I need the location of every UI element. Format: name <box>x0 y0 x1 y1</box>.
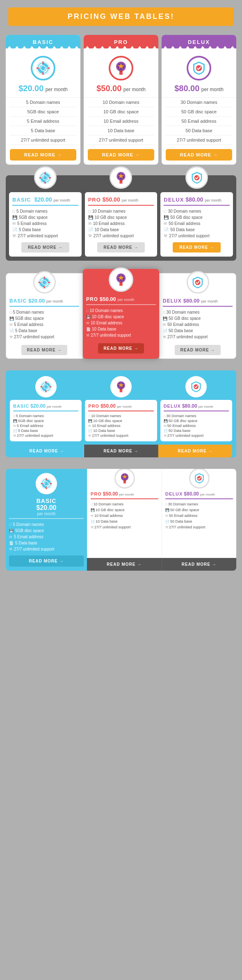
features-delux-5: □30 Domain names 💾50 GB disc space ✉50 E… <box>165 501 233 530</box>
feature-item: □5 Domain names <box>9 309 79 315</box>
read-more-pro-2[interactable]: READ MORE → <box>97 242 145 252</box>
amount-basic-1: $20.00 <box>18 84 43 93</box>
feature-item: ✉50 Email address <box>164 220 230 227</box>
svg-point-5 <box>41 66 45 70</box>
feature-item: □30 Domain names <box>163 309 233 315</box>
read-more-delux-2[interactable]: READ MORE → <box>173 242 221 252</box>
price-basic-1: $20.00 per month <box>6 84 80 93</box>
plan-card-basic-2: BASIC | $20.00 per month □5 Domain names… <box>9 192 82 257</box>
title-row-delux-5: DELUX $80.00 per month <box>165 491 233 499</box>
title-row-basic-3: BASIC $20.00 per month <box>9 298 79 307</box>
feature-item: 30 Domain names <box>166 98 232 107</box>
feature-item: ✉10 Email address <box>86 320 156 326</box>
price-pro-1: $50.00 per month <box>84 84 158 93</box>
feature-item: ⚒27/7 unlimited support <box>86 332 156 338</box>
feature-item: 27/7 unlimited support <box>10 135 76 145</box>
period-delux-3: per month <box>201 299 218 303</box>
read-more-delux-5[interactable]: READ MORE → <box>162 558 237 571</box>
read-more-basic-5[interactable]: READ MORE → <box>9 555 84 567</box>
card-footer-basic-1: READ MORE → <box>6 145 80 165</box>
feature-item: 5 Email address <box>10 117 76 126</box>
amount-pro-3: $50.00 <box>100 296 116 302</box>
read-more-delux-3[interactable]: READ MORE → <box>175 345 221 355</box>
period-basic-3: per month <box>46 299 63 303</box>
icon-slot-delux-4 <box>160 376 232 397</box>
amount-pro-1: $50.00 <box>96 84 121 93</box>
feature-item: □10 Domain names <box>88 208 154 214</box>
feature-item: 📄50 Data base <box>164 428 229 433</box>
title-row-pro-4: PRO $50.00 per month <box>88 403 153 411</box>
feature-item: □5 Domain names <box>13 413 78 418</box>
feature-item: 📄10 Data base <box>86 326 156 332</box>
read-more-basic-3[interactable]: READ MORE → <box>21 345 68 355</box>
period-pro-1: per month <box>123 87 146 92</box>
footer-pro-3: READ MORE → <box>83 340 159 357</box>
feature-item: 💾10 GB disc space <box>86 314 156 320</box>
read-more-pro-5[interactable]: READ MORE → <box>87 558 162 571</box>
plan-name-pro-1: PRO <box>84 39 158 45</box>
read-more-pro-4[interactable]: READ MORE → <box>84 445 158 457</box>
title-row-basic-2: BASIC | $20.00 per month <box>12 196 78 206</box>
title-row-basic-4: BASIC $20.00 per month <box>13 403 78 411</box>
feature-item: 📄10 Data base <box>91 519 158 524</box>
amount-delux-4: $80.00 <box>182 403 197 409</box>
icon-slot-pro-4 <box>85 376 157 397</box>
card-footer-pro-1: READ MORE → <box>84 145 158 165</box>
period-pro-4: per month <box>117 405 132 409</box>
icon-slot-basic-4 <box>10 376 82 397</box>
feature-item: 50 GB disc space <box>166 107 232 117</box>
icon-delux-4 <box>185 376 207 397</box>
plan-name-basic-4: BASIC <box>13 404 29 409</box>
feature-item: 5 Domain names <box>10 98 76 107</box>
title-row-delux-2: DELUX $80.00 per month <box>164 196 230 206</box>
section-2: BASIC | $20.00 per month □5 Domain names… <box>6 175 236 261</box>
plan-name-pro-3: PRO <box>86 296 98 302</box>
zigzag-red <box>84 46 158 51</box>
icons-row-2 <box>9 166 233 189</box>
spacer <box>9 257 233 261</box>
icon-basic-1 <box>31 56 55 80</box>
feature-item: 5 Data base <box>10 126 76 135</box>
page-title-bar: PRICING WEB TABLES! <box>8 7 234 26</box>
feature-item: 📄10 Data base <box>88 227 154 233</box>
read-more-basic-4[interactable]: READ MORE → <box>10 445 84 457</box>
features-pro-1: 10 Domain names 10 GB disc space 10 Emai… <box>84 97 158 145</box>
plan-card-delux-5: DELUX $80.00 per month □30 Domain names … <box>162 469 236 558</box>
feature-item: ✉50 Email address <box>163 321 233 328</box>
plan-name-basic-1: BASIC <box>6 39 80 45</box>
card-header-pro: PRO <box>84 35 158 48</box>
icons-row-4 <box>10 376 232 397</box>
plan-name-basic-3: BASIC <box>9 298 27 304</box>
card-header-basic: BASIC <box>6 35 80 48</box>
feature-item: ✉5 Email address <box>12 220 78 227</box>
plan-name-delux-3: DELUX <box>163 298 182 304</box>
read-more-basic-1[interactable]: READ MORE → <box>10 149 76 161</box>
title-row-pro-2: PRO $50.00 per month <box>88 196 154 206</box>
plan-name-delux-2: DELUX <box>164 197 184 203</box>
read-more-pro-3[interactable]: READ MORE → <box>98 343 144 353</box>
plan-name-pro-5: PRO <box>91 491 102 496</box>
feature-item: □30 Domain names <box>165 501 233 507</box>
svg-point-21 <box>43 176 47 179</box>
read-more-basic-2[interactable]: READ MORE → <box>21 242 69 252</box>
read-more-pro-1[interactable]: READ MORE → <box>88 149 154 161</box>
feature-item: 10 Data base <box>88 126 154 135</box>
feature-item: ✉5 Email address <box>9 534 84 540</box>
pricing-grid-1: BASIC $20.00 <box>6 35 236 165</box>
footer-basic-2: READ MORE → <box>12 242 78 252</box>
period-pro-5: per month <box>119 493 134 496</box>
feature-item: 💾5GB disc space <box>9 315 79 321</box>
period-basic-4: per month <box>47 405 62 409</box>
features-basic-5: □5 Domain names 💾5GB disc space ✉5 Email… <box>9 521 84 552</box>
feature-item: 10 Domain names <box>88 98 154 107</box>
svg-point-35 <box>43 280 46 284</box>
plan-card-pro-2: PRO $50.00 per month □10 Domain names 💾1… <box>85 192 158 257</box>
amount-basic-2: $20.00 <box>34 196 52 203</box>
read-more-delux-1[interactable]: READ MORE → <box>166 149 232 161</box>
svg-point-73 <box>196 476 201 481</box>
feature-item: ✉10 Email address <box>91 513 158 519</box>
card-header-delux: DELUX <box>162 35 236 48</box>
plan-name-pro-2: PRO <box>88 197 101 203</box>
read-more-delux-4[interactable]: READ MORE → <box>158 445 232 457</box>
feature-item: 💾50 GB disc space <box>163 315 233 321</box>
